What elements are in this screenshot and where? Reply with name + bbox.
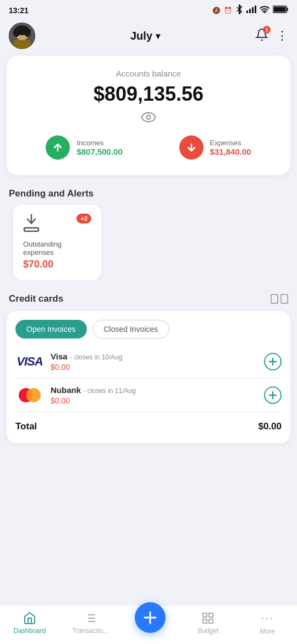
header-right: 1 ⋮ — [255, 28, 288, 43]
balance-row: Incomes $807,500.00 Expenses $31,840.00 — [18, 135, 279, 160]
visa-add-button[interactable] — [264, 353, 282, 370]
svg-rect-25 — [203, 619, 207, 623]
income-value: $807,500.00 — [76, 147, 122, 156]
nubank-add-button[interactable] — [264, 386, 282, 404]
svg-rect-3 — [255, 6, 256, 13]
closed-invoices-tab[interactable]: Closed Invoices — [92, 320, 170, 339]
expense-icon — [179, 135, 204, 160]
svg-rect-23 — [203, 613, 207, 617]
nubank-logo — [15, 388, 44, 402]
pending-label: Outstanding expenses — [23, 240, 91, 256]
month-label: July — [130, 30, 152, 42]
nav-budget[interactable]: Budget — [191, 612, 224, 635]
pending-badge: +2 — [76, 214, 91, 223]
credit-section: Credit cards Open Invoices Closed Invoic… — [0, 293, 297, 443]
signal-icon — [246, 6, 256, 15]
status-time: 13:21 — [9, 6, 29, 15]
svg-rect-7 — [274, 7, 286, 12]
balance-label: Accounts balance — [18, 69, 279, 78]
bottom-nav: Dashboard Transactio... Budget ··· More — [0, 605, 297, 644]
layout-toggle[interactable] — [271, 294, 288, 304]
total-row: Total $0.00 — [7, 412, 290, 443]
nubank-card-item: Nubank - closes in 11/Aug $0.00 — [7, 379, 290, 412]
chevron-down-icon: ▾ — [156, 31, 160, 41]
balance-amount: $809,135.56 — [18, 83, 279, 106]
nav-add-button[interactable] — [135, 602, 166, 633]
battery-icon — [273, 6, 288, 15]
open-invoices-tab[interactable]: Open Invoices — [15, 320, 87, 339]
svg-rect-2 — [252, 7, 254, 13]
svg-point-13 — [24, 28, 31, 37]
total-amount: $0.00 — [258, 421, 282, 432]
svg-rect-16 — [24, 228, 38, 231]
expense-label: Expenses — [210, 139, 251, 147]
layout-box-2 — [280, 294, 288, 304]
pending-amount: $70.00 — [23, 259, 91, 270]
status-icons: 🔕 ⏰ — [212, 4, 288, 16]
month-selector[interactable]: July ▾ — [130, 30, 160, 42]
pending-scroll: +2 Outstanding expenses $70.00 — [0, 205, 297, 280]
nav-more[interactable]: ··· More — [251, 611, 284, 635]
wifi-icon — [260, 6, 270, 15]
nubank-subtitle: - closes in 11/Aug — [83, 387, 135, 395]
income-item: Incomes $807,500.00 — [46, 135, 122, 160]
svg-rect-24 — [209, 613, 213, 617]
visa-name: Visa — [51, 352, 68, 361]
svg-point-4 — [264, 12, 266, 14]
pending-section-title: Pending and Alerts — [0, 184, 297, 205]
svg-rect-26 — [209, 619, 213, 623]
svg-rect-1 — [249, 9, 251, 13]
svg-point-12 — [13, 28, 20, 37]
balance-card: Accounts balance $809,135.56 Incomes $80… — [7, 56, 290, 175]
header: July ▾ 1 ⋮ — [0, 18, 297, 56]
avatar[interactable] — [9, 23, 35, 49]
outstanding-expenses-card[interactable]: +2 Outstanding expenses $70.00 — [13, 205, 101, 280]
nav-transactions[interactable]: Transactio... — [73, 612, 109, 635]
svg-point-14 — [142, 113, 155, 122]
more-menu-icon[interactable]: ⋮ — [276, 29, 288, 43]
notification-bell[interactable]: 1 — [255, 28, 268, 43]
mute-icon: 🔕 — [212, 7, 221, 14]
layout-box-1 — [271, 294, 278, 304]
nav-budget-label: Budget — [197, 627, 218, 635]
visa-subtitle: - closes in 10/Aug — [70, 353, 122, 361]
credit-header: Credit cards — [0, 293, 297, 311]
alarm-icon: ⏰ — [224, 7, 232, 14]
notification-badge: 1 — [263, 26, 271, 34]
income-icon — [46, 135, 70, 160]
credit-section-title: Credit cards — [9, 293, 63, 304]
bluetooth-icon — [235, 4, 243, 16]
invoice-tabs: Open Invoices Closed Invoices — [7, 311, 290, 345]
svg-rect-6 — [287, 8, 288, 11]
expense-value: $31,840.00 — [210, 147, 251, 156]
pending-section: Pending and Alerts +2 Outstanding expens… — [0, 184, 297, 280]
nav-transactions-label: Transactio... — [73, 627, 109, 635]
total-label: Total — [15, 421, 37, 432]
eye-icon[interactable] — [18, 112, 279, 124]
nubank-amount: $0.00 — [51, 396, 257, 405]
expense-item: Expenses $31,840.00 — [179, 135, 251, 160]
nav-dashboard[interactable]: Dashboard — [13, 612, 46, 635]
visa-amount: $0.00 — [51, 363, 257, 372]
visa-logo: VISA — [15, 354, 44, 369]
credit-card-container: Open Invoices Closed Invoices VISA Visa … — [7, 311, 290, 443]
nav-dashboard-label: Dashboard — [13, 627, 46, 635]
visa-card-item: VISA Visa - closes in 10/Aug $0.00 — [7, 345, 290, 378]
status-bar: 13:21 🔕 ⏰ — [0, 0, 297, 18]
nubank-name: Nubank — [51, 385, 81, 395]
nav-more-label: More — [260, 627, 274, 635]
svg-rect-0 — [246, 10, 248, 13]
income-label: Incomes — [76, 139, 122, 147]
svg-point-15 — [147, 116, 151, 119]
